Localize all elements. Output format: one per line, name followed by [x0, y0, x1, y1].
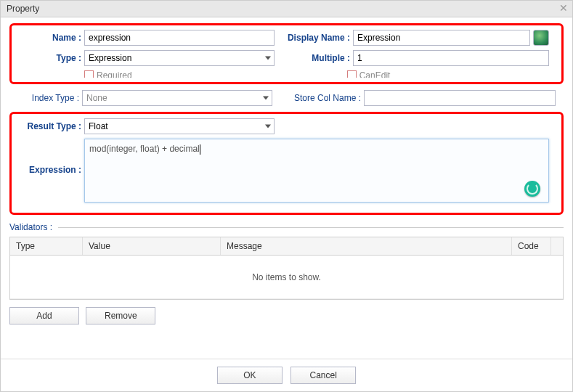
chevron-down-icon — [265, 57, 271, 60]
name-label: Name : — [17, 33, 84, 43]
storecol-input[interactable] — [364, 90, 556, 106]
index-row: Index Type : None Store Col Name : — [24, 90, 564, 106]
add-button[interactable]: Add — [9, 307, 79, 324]
grid-empty: No items to show. — [10, 256, 563, 299]
dialog-content: Name : Display Name : Type : Expression … — [1, 17, 572, 324]
validator-buttons: Add Remove — [9, 307, 564, 324]
bottom-bar: OK Cancel — [1, 359, 572, 384]
required-label: Required — [97, 70, 132, 78]
cancel-button[interactable]: Cancel — [290, 367, 356, 384]
col-code[interactable]: Code — [512, 237, 551, 255]
required-checkbox[interactable] — [84, 70, 94, 78]
resulttype-value: Float — [89, 121, 108, 131]
chevron-down-icon — [265, 125, 271, 128]
validators-grid: Type Value Message Code No items to show… — [9, 237, 564, 300]
expression-group: Result Type : Float Expression : mod(int… — [9, 112, 564, 215]
canedit-checkbox[interactable] — [347, 70, 357, 78]
displayname-input[interactable] — [353, 30, 530, 46]
col-type[interactable]: Type — [10, 237, 83, 255]
globe-icon[interactable] — [533, 30, 549, 46]
refresh-icon[interactable] — [524, 181, 540, 197]
dialog-title: Property — [7, 4, 39, 14]
indextype-label: Index Type : — [24, 93, 82, 103]
basic-fields-group: Name : Display Name : Type : Expression … — [9, 23, 564, 84]
indextype-value: None — [86, 93, 107, 103]
validators-label: Validators : — [9, 222, 52, 232]
remove-button[interactable]: Remove — [86, 307, 155, 324]
displayname-label: Display Name : — [275, 33, 353, 43]
chevron-down-icon — [263, 97, 269, 100]
col-value[interactable]: Value — [83, 237, 221, 255]
title-bar: Property ✕ — [1, 1, 572, 17]
name-input[interactable] — [84, 30, 275, 46]
type-select-value: Expression — [89, 53, 131, 63]
multiple-input[interactable] — [353, 50, 549, 66]
storecol-label: Store Col Name : — [272, 93, 364, 103]
ok-button[interactable]: OK — [217, 367, 283, 384]
close-icon[interactable]: ✕ — [559, 2, 568, 14]
text-caret — [200, 144, 200, 155]
multiple-label: Multiple : — [275, 53, 353, 63]
col-message[interactable]: Message — [221, 237, 512, 255]
grid-header: Type Value Message Code — [10, 237, 563, 256]
property-dialog: Property ✕ Name : Display Name : Type : … — [0, 0, 573, 392]
type-select[interactable]: Expression — [84, 50, 275, 66]
resulttype-select[interactable]: Float — [84, 118, 275, 134]
type-label: Type : — [17, 53, 84, 63]
expression-label: Expression : — [17, 139, 84, 175]
resulttype-label: Result Type : — [17, 121, 84, 131]
expression-textarea[interactable]: mod(integer, float) + decimal — [84, 139, 549, 203]
validators-header: Validators : — [9, 222, 564, 232]
canedit-label: CanEdit — [359, 70, 391, 78]
indextype-select: None — [82, 90, 272, 106]
